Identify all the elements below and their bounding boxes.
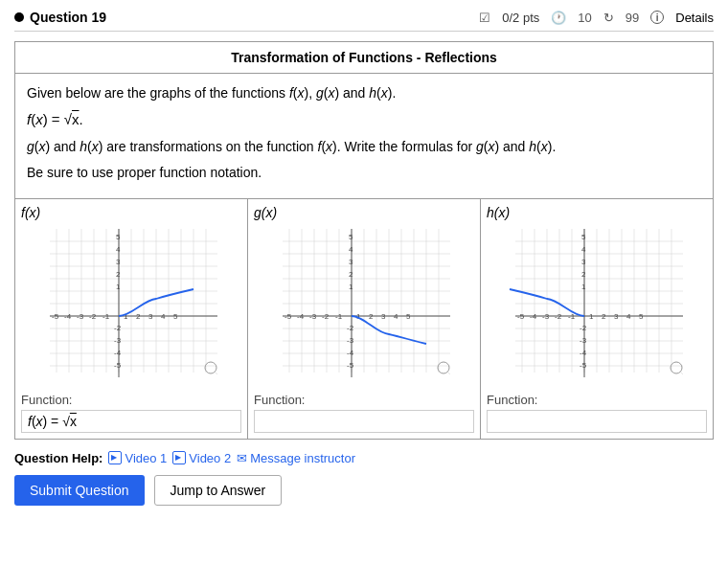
clock-icon: 🕐: [551, 11, 566, 25]
svg-text:-5: -5: [114, 361, 122, 370]
svg-text:1: 1: [589, 312, 594, 321]
svg-text:4: 4: [116, 245, 121, 254]
svg-text:-2: -2: [555, 312, 562, 321]
buttons-row: Submit Question Jump to Answer: [14, 475, 714, 506]
function-label-fx: Function:: [21, 393, 241, 407]
svg-text:5: 5: [406, 312, 411, 321]
function-definition: f(x) = √x.: [27, 109, 701, 131]
question-number: Question 19: [30, 10, 106, 25]
description2: g(x) and h(x) are transformations on the…: [27, 137, 701, 157]
video2-link[interactable]: Video 2: [172, 451, 231, 465]
video1-label: Video 1: [125, 451, 167, 465]
svg-text:5: 5: [639, 312, 644, 321]
message-label: Message instructor: [250, 451, 355, 465]
graph-area-gx: -5 -4 -3 -2 -1 1 2 3 4 5 5 4 3 2 1 -2 -3: [254, 224, 474, 387]
svg-line-46: [215, 372, 217, 374]
jump-to-answer-button[interactable]: Jump to Answer: [154, 475, 283, 506]
question-header: Question 19 ☑ 0/2 pts 🕐 10 ↻ 99 i Detail…: [14, 10, 714, 32]
svg-text:-4: -4: [297, 312, 305, 321]
graphs-section: f(x): [15, 198, 713, 439]
graph-col-hx: h(x): [481, 199, 713, 439]
svg-text:-3: -3: [114, 336, 122, 345]
graph-label-hx: h(x): [487, 205, 707, 220]
svg-text:4: 4: [626, 312, 631, 321]
history-icon: ↻: [603, 11, 614, 25]
video2-play-icon: [172, 451, 186, 464]
svg-text:3: 3: [116, 258, 121, 266]
svg-text:5: 5: [173, 312, 178, 321]
svg-text:-1: -1: [102, 312, 110, 321]
checkbox-icon: ☑: [479, 11, 490, 25]
question-dot: [14, 12, 24, 22]
content-box: Transformation of Functions - Reflection…: [14, 41, 714, 440]
clock-value: 10: [578, 11, 591, 25]
svg-text:5: 5: [349, 233, 353, 241]
svg-text:-4: -4: [114, 349, 122, 357]
question-help: Question Help: Video 1 Video 2 ✉ Message…: [14, 451, 714, 465]
svg-text:-3: -3: [77, 312, 84, 321]
svg-text:-2: -2: [580, 324, 587, 332]
svg-text:2: 2: [369, 312, 374, 321]
svg-text:1: 1: [116, 283, 121, 291]
svg-text:-3: -3: [347, 336, 354, 345]
details-link[interactable]: Details: [675, 11, 714, 25]
svg-text:3: 3: [614, 312, 619, 321]
svg-text:-3: -3: [580, 336, 587, 345]
description-text: Given below are the graphs of the functi…: [27, 83, 701, 103]
svg-text:4: 4: [581, 245, 586, 254]
svg-text:-2: -2: [114, 324, 122, 332]
svg-text:3: 3: [581, 258, 586, 266]
svg-text:-3: -3: [542, 312, 550, 321]
svg-text:-1: -1: [335, 312, 343, 321]
content-title: Transformation of Functions - Reflection…: [15, 42, 713, 74]
svg-text:5: 5: [116, 233, 121, 241]
svg-text:3: 3: [381, 312, 386, 321]
svg-text:4: 4: [161, 312, 166, 321]
message-instructor-link[interactable]: ✉ Message instructor: [237, 451, 355, 465]
svg-text:2: 2: [136, 312, 141, 321]
svg-text:-2: -2: [347, 324, 354, 332]
svg-text:-4: -4: [347, 349, 354, 357]
svg-text:-4: -4: [530, 312, 537, 321]
function-input-hx[interactable]: [487, 410, 707, 433]
graph-label-gx: g(x): [254, 205, 474, 220]
video2-label: Video 2: [189, 451, 231, 465]
svg-text:-5: -5: [52, 312, 59, 321]
details-label: Details: [675, 11, 714, 25]
svg-text:4: 4: [349, 245, 353, 254]
content-body: Given below are the graphs of the functi…: [15, 74, 713, 198]
video1-link[interactable]: Video 1: [108, 451, 167, 465]
function-label-hx: Function:: [487, 393, 707, 407]
svg-text:1: 1: [349, 283, 353, 291]
svg-text:2: 2: [116, 270, 121, 279]
question-meta: ☑ 0/2 pts 🕐 10 ↻ 99 i Details: [479, 11, 714, 25]
svg-text:4: 4: [394, 312, 398, 321]
function-value-fx: f(x) = √x: [21, 410, 241, 433]
function-input-gx[interactable]: [254, 410, 474, 433]
svg-text:2: 2: [349, 270, 353, 279]
graph-area-hx: -5 -4 -3 -2 -1 1 2 3 4 5 5 4 3 2 1 -2 -3: [487, 224, 707, 387]
help-label: Question Help:: [14, 451, 102, 465]
svg-text:3: 3: [148, 312, 153, 321]
svg-text:-2: -2: [322, 312, 330, 321]
svg-text:2: 2: [602, 312, 606, 321]
notation-reminder: Be sure to use proper function notation.: [27, 163, 701, 183]
svg-text:5: 5: [581, 233, 586, 241]
graph-col-fx: f(x): [15, 199, 248, 439]
function-label-gx: Function:: [254, 393, 474, 407]
svg-text:-4: -4: [64, 312, 72, 321]
graph-area-fx: -5 -4 -3 -2 -1 1 2 3 4 5 5 4 3 2 1 -2 -3: [21, 224, 241, 387]
question-title: Question 19: [14, 10, 106, 25]
svg-line-140: [680, 372, 683, 374]
mail-icon: ✉: [237, 451, 247, 465]
submit-button[interactable]: Submit Question: [14, 475, 145, 506]
svg-text:-4: -4: [580, 349, 587, 357]
svg-text:-5: -5: [284, 312, 292, 321]
svg-text:-3: -3: [309, 312, 317, 321]
info-icon: i: [650, 11, 664, 24]
video1-play-icon: [108, 451, 122, 464]
history-value: 99: [626, 11, 639, 25]
svg-text:3: 3: [349, 258, 353, 266]
svg-text:-5: -5: [517, 312, 525, 321]
svg-text:1: 1: [581, 283, 586, 291]
